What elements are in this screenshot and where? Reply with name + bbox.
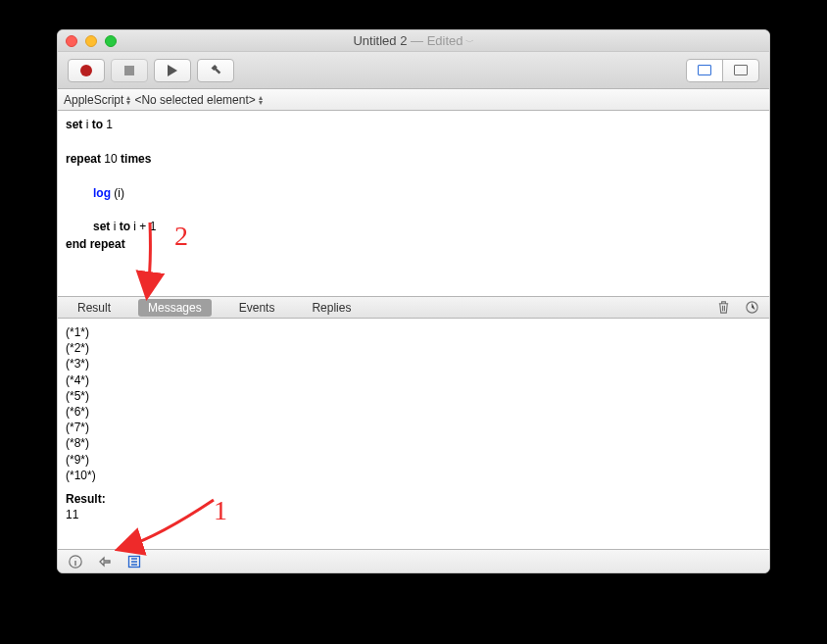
zoom-window-button[interactable] (105, 35, 117, 47)
language-popup[interactable]: AppleScript ▴▾ (64, 93, 130, 107)
document-name: Untitled 2 (353, 33, 407, 48)
status-bar (58, 549, 769, 572)
log-pane-icon[interactable] (126, 554, 142, 570)
document-edited-state: — Edited (407, 33, 462, 48)
trash-icon[interactable] (716, 300, 731, 315)
log-line: (*8*) (66, 435, 761, 451)
clock-icon[interactable] (745, 300, 759, 315)
bundle-view-icon (734, 65, 748, 75)
output-pane[interactable]: (*1*) (*2*) (*3*) (*4*) (*5*) (*6*) (*7*… (58, 319, 769, 549)
record-button[interactable] (68, 59, 105, 82)
minimize-window-button[interactable] (85, 35, 97, 47)
log-line: (*3*) (66, 356, 761, 372)
show-bundle-button[interactable] (722, 59, 759, 82)
element-popup[interactable]: <No selected element> ▴▾ (134, 93, 262, 107)
log-line: (*7*) (66, 420, 761, 435)
tab-result[interactable]: Result (68, 299, 121, 317)
tab-messages[interactable]: Messages (138, 299, 212, 317)
stop-icon (124, 66, 134, 75)
code-line: repeat 10 times (66, 151, 761, 168)
code-line: end repeat (66, 236, 761, 253)
editor-view-icon (698, 65, 711, 75)
toolbar (58, 52, 769, 89)
log-line: (*6*) (66, 404, 761, 420)
record-icon (80, 65, 92, 76)
result-pane-icon[interactable] (97, 554, 113, 570)
popup-indicator-icon: ▴▾ (259, 95, 263, 105)
close-window-button[interactable] (66, 35, 77, 47)
log-line: (*1*) (66, 324, 761, 340)
code-line: set i to 1 (66, 117, 761, 133)
nav-bar: AppleScript ▴▾ <No selected element> ▴▾ (58, 89, 769, 111)
log-line: (*4*) (66, 372, 761, 388)
log-line: (*5*) (66, 388, 761, 404)
language-label: AppleScript (64, 93, 123, 107)
code-line (66, 168, 761, 184)
log-line: (*9*) (66, 452, 761, 468)
result-value: 11 (66, 507, 761, 522)
compile-button[interactable] (197, 59, 234, 82)
run-button[interactable] (154, 59, 191, 82)
titlebar: Untitled 2 — Edited﹀ (58, 30, 769, 52)
tab-events[interactable]: Events (229, 299, 285, 317)
popup-indicator-icon: ▴▾ (126, 95, 130, 105)
window-controls (66, 35, 117, 47)
log-line: (*10*) (66, 468, 761, 483)
code-line (66, 202, 761, 219)
hammer-icon (209, 64, 222, 77)
window-title: Untitled 2 — Edited﹀ (58, 33, 769, 49)
tab-replies[interactable]: Replies (302, 299, 361, 317)
stop-button[interactable] (111, 59, 148, 82)
code-line: log (i) (66, 185, 761, 202)
element-label: <No selected element> (134, 93, 255, 107)
result-tabs: Result Messages Events Replies (58, 297, 769, 319)
code-line (66, 133, 761, 150)
description-icon[interactable] (68, 554, 83, 570)
play-icon (168, 65, 177, 76)
show-editor-button[interactable] (686, 59, 723, 82)
script-editor-window: Untitled 2 — Edited﹀ AppleScript ▴▾ <No … (57, 29, 770, 573)
log-line: (*2*) (66, 340, 761, 356)
code-editor[interactable]: set i to 1 repeat 10 times log (i) set i… (58, 111, 769, 297)
result-label: Result: (66, 491, 761, 507)
view-mode-segment (686, 59, 759, 82)
code-line: set i to i + 1 (66, 219, 761, 235)
title-menu-chevron-icon[interactable]: ﹀ (465, 37, 474, 47)
